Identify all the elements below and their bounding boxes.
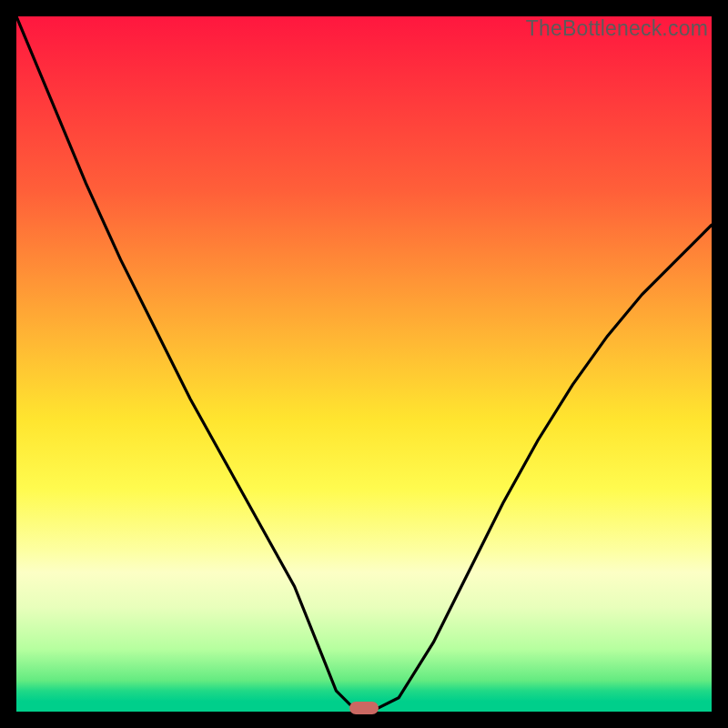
plot-area: TheBottleneck.com bbox=[16, 16, 712, 712]
chart-frame: TheBottleneck.com bbox=[0, 0, 728, 728]
optimal-marker bbox=[349, 702, 379, 714]
curve-path bbox=[16, 16, 712, 708]
bottleneck-curve bbox=[16, 16, 712, 712]
